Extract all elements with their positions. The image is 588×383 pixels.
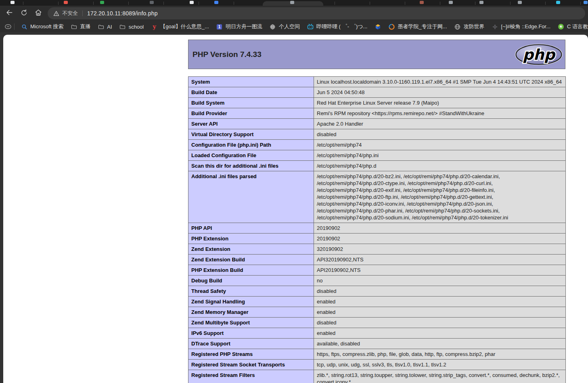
tab-favicon[interactable] — [584, 1, 588, 4]
bookmark-item[interactable]: 哔哩哔哩 ( ゜- ゜)つ... — [303, 22, 371, 32]
sidebar-panel-icon[interactable] — [5, 23, 11, 30]
warning-icon[interactable] — [53, 11, 59, 17]
bookmark-item[interactable]: Microsoft 搜索 — [17, 22, 67, 32]
php-logo[interactable]: php — [514, 43, 563, 66]
table-row: Server APIApache 2.0 Handler — [188, 119, 566, 129]
row-label: PHP API — [188, 223, 314, 234]
tab-favicon[interactable] — [10, 1, 15, 4]
row-value: 20190902 — [314, 223, 566, 234]
address-separator — [82, 11, 83, 16]
bookmark-item[interactable]: 攻防世界 — [451, 22, 488, 32]
row-label: Virtual Directory Support — [188, 129, 314, 140]
bookmark-item[interactable]: AI — [94, 22, 115, 31]
row-value: API320190902,NTS — [314, 255, 566, 265]
tab-separator — [475, 2, 475, 5]
row-label: Additional .ini files parsed — [188, 171, 314, 223]
folder-icon — [71, 23, 77, 30]
bookmark-item[interactable]: y【goal】什么意思_... — [147, 22, 213, 32]
table-row: Zend Memory Managerenabled — [188, 307, 566, 318]
page-title: PHP Version 7.4.33 — [193, 50, 262, 59]
table-row: Zend Extension320190902 — [188, 244, 566, 255]
bookmark-item[interactable] — [371, 22, 385, 31]
bookmark-label: C 语言教程 | 菜鸟教... — [567, 23, 588, 30]
mozhe-ring-icon — [388, 23, 395, 30]
tab-favicon[interactable] — [449, 1, 453, 4]
address-bar[interactable]: 不安全 172.20.10.11:8089/info.php — [48, 7, 585, 19]
row-label: Thread Safety — [188, 286, 314, 297]
table-row: Virtual Directory Supportdisabled — [188, 129, 566, 140]
tab-favicon[interactable] — [64, 1, 68, 4]
table-row: Registered Stream Filterszlib.*, string.… — [188, 370, 566, 383]
row-label: Registered Stream Socket Transports — [188, 360, 314, 370]
tab-separator — [370, 2, 370, 5]
table-row: Build ProviderRemi's RPM repository <htt… — [188, 108, 566, 119]
tab-favicon[interactable] — [518, 1, 522, 4]
row-label: Debug Build — [188, 276, 314, 286]
row-label: Loaded Configuration File — [188, 150, 314, 161]
table-row: Registered Stream Socket Transportstcp, … — [188, 360, 566, 370]
bookmarks-bar: Microsoft 搜索直播AIschooly【goal】什么意思_...1明日… — [0, 21, 588, 32]
tab-favicon[interactable] — [190, 1, 194, 4]
row-label: DTrace Support — [188, 339, 314, 349]
table-row: Debug Buildno — [188, 276, 566, 286]
tab-favicon[interactable] — [100, 1, 104, 4]
folder-icon — [119, 23, 126, 30]
tab-separator — [580, 2, 581, 5]
row-label: Configuration File (php.ini) Path — [188, 140, 314, 150]
tab-favicon[interactable] — [479, 1, 483, 4]
bookmark-label: AI — [107, 24, 112, 30]
table-row: PHP API20190902 — [188, 223, 566, 234]
phpinfo-header: PHP Version 7.4.33 php — [188, 40, 565, 69]
table-row: Additional .ini files parsed/etc/opt/rem… — [188, 171, 566, 223]
bookmark-item[interactable]: 1明日方舟一图流 — [213, 22, 266, 32]
bilibili-icon — [307, 23, 314, 30]
row-label: Registered PHP Streams — [188, 349, 314, 360]
row-value: API20190902,NTS — [314, 265, 566, 276]
back-button[interactable] — [3, 7, 15, 19]
tab-favicon[interactable] — [420, 1, 424, 4]
tab-separator — [199, 2, 199, 5]
bookmark-item[interactable]: 个人空间 — [266, 22, 303, 32]
bookmark-item[interactable]: [~]#棱角 ::Edge.For... — [488, 22, 554, 32]
bookmark-label: 墨者学院_专注于网... — [398, 23, 447, 30]
home-button[interactable] — [32, 7, 44, 19]
row-label: Zend Signal Handling — [188, 297, 314, 307]
bookmark-item[interactable]: school — [116, 22, 148, 31]
table-row: Zend Signal Handlingenabled — [188, 297, 566, 307]
browser-toolbar: 不安全 172.20.10.11:8089/info.php — [0, 6, 588, 21]
bookmark-item[interactable]: 直播 — [67, 22, 94, 32]
bookmark-label: 攻防世界 — [464, 23, 485, 30]
tab-favicon[interactable] — [214, 1, 218, 4]
table-row: DTrace Supportavailable, disabled — [188, 339, 566, 349]
tab-separator — [510, 2, 511, 5]
row-value: Linux localhost.localdomain 3.10.0-1160.… — [314, 77, 566, 87]
bookmark-item[interactable]: 墨者学院_专注于网... — [385, 22, 450, 32]
bookmark-label: [~]#棱角 ::Edge.For... — [501, 23, 550, 30]
bookmark-label: 【goal】什么意思_... — [160, 23, 209, 30]
tab-favicon[interactable] — [290, 1, 294, 4]
shuriken-icon — [492, 23, 498, 30]
table-row: Loaded Configuration File/etc/opt/remi/p… — [188, 150, 566, 161]
row-value: 320190902 — [314, 244, 566, 255]
tab-separator — [545, 2, 546, 5]
tab-favicon[interactable] — [150, 1, 154, 4]
row-label: Build Date — [188, 87, 314, 98]
row-label: Zend Extension Build — [188, 255, 314, 265]
row-value: 20190902 — [314, 234, 566, 244]
php-info-table-body: SystemLinux localhost.localdomain 3.10.0… — [188, 77, 566, 383]
bookmark-item[interactable]: C 语言教程 | 菜鸟教... — [554, 22, 588, 32]
table-row: IPv6 Supportenabled — [188, 328, 566, 339]
row-value: enabled — [314, 297, 566, 307]
tab-separator — [335, 2, 335, 5]
table-row: Scan this dir for additional .ini files/… — [188, 161, 566, 171]
row-label: System — [188, 77, 314, 87]
bookmarks-list: Microsoft 搜索直播AIschooly【goal】什么意思_...1明日… — [17, 22, 588, 32]
bookmark-label: Microsoft 搜索 — [30, 23, 63, 30]
home-icon — [34, 8, 42, 18]
tab-favicon[interactable] — [556, 1, 560, 4]
row-value: Red Hat Enterprise Linux Server release … — [314, 98, 566, 108]
row-label: PHP Extension Build — [188, 265, 314, 276]
table-row: SystemLinux localhost.localdomain 3.10.0… — [188, 77, 566, 87]
tab-separator — [163, 2, 164, 5]
refresh-button[interactable] — [18, 7, 30, 19]
